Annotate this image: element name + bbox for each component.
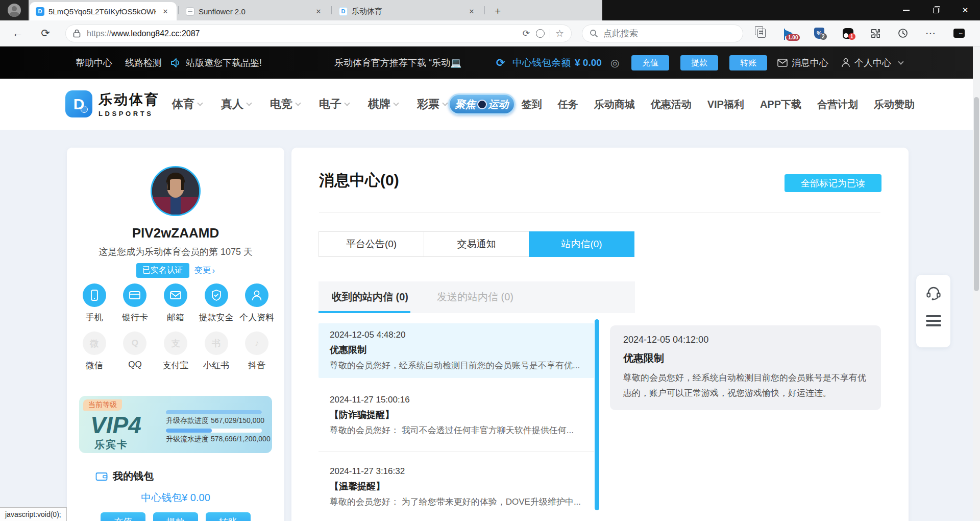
- site-top-bar: 帮助中心 线路检测 站版邀您下载品鉴! 乐动体育官方推荐下载 “乐动💻 ⟳ 中心…: [0, 46, 980, 79]
- tab-site-mail[interactable]: 站内信(0): [529, 231, 634, 257]
- user-avatar[interactable]: [151, 166, 201, 216]
- tab-separator: [484, 6, 485, 14]
- back-button[interactable]: ←: [9, 20, 27, 46]
- wallet-deposit-button[interactable]: 充值: [101, 512, 145, 521]
- security-item-withdraw-safety[interactable]: 提款安全: [196, 283, 237, 323]
- window-restore-button[interactable]: [921, 0, 950, 20]
- nav-link-mall[interactable]: 乐动商城: [594, 98, 635, 111]
- mark-all-read-button[interactable]: 全部标记为已读: [785, 174, 881, 192]
- translate-refresh-icon[interactable]: ⟳: [523, 28, 530, 39]
- nav-menu-esports[interactable]: 电竞: [270, 97, 300, 112]
- tab-2[interactable]: Sunflower 2.0 ✕: [180, 2, 330, 20]
- vip-level: VIP4: [90, 411, 141, 439]
- address-bar[interactable]: https://www.ledong842.cc:2087 ⟳ … ☆: [65, 25, 572, 42]
- subtab-band: 收到的站内信 (0) 发送的站内信 (0): [318, 281, 635, 313]
- subtab-received-mail[interactable]: 收到的站内信 (0): [332, 281, 408, 313]
- wallet-withdraw-button[interactable]: 提款: [153, 512, 198, 521]
- customer-service-headset-icon[interactable]: [925, 285, 942, 303]
- shield-extension-icon[interactable]: % 2: [811, 25, 828, 41]
- social-item-xiaohongshu[interactable]: 书 小红书: [196, 331, 237, 371]
- transfer-button[interactable]: 转账: [729, 55, 767, 70]
- settings-more-icon[interactable]: ⋯: [922, 25, 939, 41]
- message-center-link[interactable]: 消息中心: [777, 46, 828, 79]
- nav-menu-live[interactable]: 真人: [221, 97, 251, 112]
- withdraw-button[interactable]: 提款: [680, 55, 718, 70]
- nav-link-affiliate[interactable]: 合营计划: [817, 98, 858, 111]
- tab-platform-announcements[interactable]: 平台公告(0): [318, 231, 424, 257]
- page-title: 消息中心(0): [319, 170, 399, 191]
- message-list-item[interactable]: 2024-11-27 3:16:32 【温馨提醒】 尊敬的会员您好： 为了给您带…: [318, 460, 594, 514]
- download-announce-link[interactable]: 站版邀您下载品鉴!: [186, 46, 262, 79]
- focus-sports-badge[interactable]: 聚焦运动: [448, 93, 516, 115]
- eye-toggle-icon[interactable]: ◎: [610, 46, 619, 79]
- social-item-qq[interactable]: Q QQ: [115, 331, 156, 371]
- favorite-star-icon[interactable]: ☆: [555, 28, 564, 39]
- tab-1[interactable]: D 5LmQ5Yqo5L2T6IKyfOS5kOWKqO ✕: [30, 2, 177, 20]
- tab-transaction-notices[interactable]: 交易通知: [424, 231, 529, 257]
- deposit-button[interactable]: 充值: [631, 55, 669, 70]
- menu-hamburger-icon[interactable]: [926, 313, 941, 329]
- message-list-item[interactable]: 2024-11-27 15:00:16 【防诈骗提醒】 尊敬的会员您好： 我司不…: [318, 388, 594, 443]
- refresh-balance-icon[interactable]: ⟳: [496, 46, 505, 79]
- window-minimize-button[interactable]: [891, 0, 921, 20]
- window-close-button[interactable]: ✕: [950, 0, 980, 20]
- nav-menu-lottery[interactable]: 彩票: [417, 97, 447, 112]
- nav-menu-sports[interactable]: 体育: [172, 97, 202, 112]
- new-tab-button[interactable]: ＋: [491, 4, 504, 17]
- quick-search-box[interactable]: 点此搜索: [582, 25, 743, 42]
- nav-link-tasks[interactable]: 任务: [558, 98, 578, 111]
- wallet-transfer-button[interactable]: 转账: [206, 512, 251, 521]
- message-list-item-selected[interactable]: 2024-12-05 4:48:20 优惠限制 尊敬的会员您好，经系统自动检测目…: [318, 323, 594, 378]
- flag-extension-icon[interactable]: 1.00: [780, 25, 797, 41]
- page-scrollbar[interactable]: [973, 46, 980, 521]
- security-item-profile[interactable]: 个人资料: [236, 283, 277, 323]
- sidebar-panel-icon[interactable]: [950, 25, 968, 41]
- social-item-alipay[interactable]: 支 支付宝: [155, 331, 196, 371]
- tab-1-favicon: D: [36, 7, 44, 16]
- tab-1-close-icon[interactable]: ✕: [160, 8, 170, 15]
- nav-link-vip[interactable]: VIP福利: [707, 98, 744, 111]
- nav-link-app[interactable]: APP下载: [760, 98, 801, 111]
- nav-link-signin[interactable]: 签到: [522, 98, 542, 111]
- site-logo[interactable]: D 乐动体育 LDSPORTS: [65, 90, 160, 117]
- help-center-link[interactable]: 帮助中心: [76, 46, 112, 79]
- tab-2-close-icon[interactable]: ✕: [313, 8, 324, 15]
- tab-3-close-icon[interactable]: ✕: [467, 8, 477, 15]
- wechat-icon: 微: [83, 331, 106, 355]
- logo-mark-icon: D: [65, 90, 92, 117]
- change-link[interactable]: 变更›: [194, 265, 215, 276]
- nav-link-sponsor[interactable]: 乐动赞助: [874, 98, 915, 111]
- nav-menu-slots[interactable]: 电子: [319, 97, 349, 112]
- page-scrollbar-thumb[interactable]: [974, 97, 979, 291]
- reload-button[interactable]: ⟳: [37, 20, 54, 46]
- security-item-phone[interactable]: 手机: [74, 283, 115, 323]
- line-check-link[interactable]: 线路检测: [125, 46, 162, 79]
- collections-icon[interactable]: [753, 25, 770, 41]
- vip-level-card[interactable]: 当前等级 VIP4 乐宾卡 升级存款进度 567,029/150,000 升级流…: [79, 396, 272, 453]
- security-item-email[interactable]: 邮箱: [155, 283, 196, 323]
- social-item-wechat[interactable]: 微 微信: [74, 331, 115, 371]
- personal-center-link[interactable]: 个人中心: [841, 46, 903, 79]
- tab-1-title: 5LmQ5Yqo5L2T6IKyfOS5kOWKqO: [48, 7, 156, 16]
- browser-tab-strip: D 5LmQ5Yqo5L2T6IKyfOS5kOWKqO ✕ Sunflower…: [0, 0, 980, 20]
- subtab-sent-mail[interactable]: 发送的站内信 (0): [437, 281, 513, 313]
- chevron-down-icon: [197, 100, 203, 106]
- tab-3[interactable]: D 乐动体育 ✕: [333, 2, 483, 20]
- chevron-down-icon: [295, 100, 301, 106]
- browser-profile-corner[interactable]: [0, 0, 29, 20]
- extensions-puzzle-icon[interactable]: [867, 25, 884, 41]
- chevron-down-icon: [442, 100, 448, 106]
- dark-extension-icon[interactable]: 1: [839, 25, 856, 41]
- message-list-scrollbar[interactable]: [595, 319, 599, 510]
- nav-menu-chess[interactable]: 棋牌: [368, 97, 398, 112]
- flag-extension-badge: 1.00: [786, 34, 800, 41]
- social-item-douyin[interactable]: ♪ 抖音: [236, 331, 277, 371]
- history-icon[interactable]: [894, 25, 912, 41]
- marquee-text: 乐动体育官方推荐下载 “乐动💻: [334, 46, 466, 79]
- person-icon: [841, 58, 850, 67]
- nav-link-promos[interactable]: 优惠活动: [651, 98, 692, 111]
- security-item-bankcard[interactable]: 银行卡: [115, 283, 156, 323]
- more-in-circle-icon[interactable]: …: [536, 29, 545, 38]
- tab-2-favicon: [186, 7, 194, 16]
- chevron-down-icon: [344, 100, 350, 106]
